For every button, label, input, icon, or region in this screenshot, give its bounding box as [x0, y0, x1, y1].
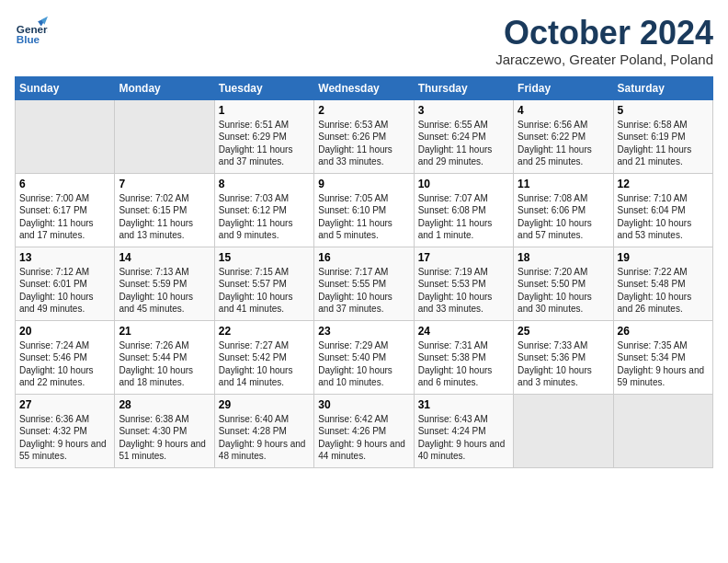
day-cell: 21Sunrise: 7:26 AMSunset: 5:44 PMDayligh…	[115, 320, 214, 394]
day-cell: 8Sunrise: 7:03 AMSunset: 6:12 PMDaylight…	[214, 173, 313, 247]
day-info: Sunrise: 7:00 AMSunset: 6:17 PMDaylight:…	[19, 192, 110, 242]
day-number: 24	[418, 325, 509, 338]
day-number: 22	[219, 325, 310, 338]
weekday-header-sunday: Sunday	[16, 76, 115, 99]
day-cell: 16Sunrise: 7:17 AMSunset: 5:55 PMDayligh…	[314, 247, 414, 320]
day-cell: 31Sunrise: 6:43 AMSunset: 4:24 PMDayligh…	[414, 394, 513, 467]
day-number: 14	[119, 251, 210, 264]
weekday-header-wednesday: Wednesday	[314, 76, 414, 99]
logo-icon: General Blue	[15, 15, 48, 48]
day-number: 7	[119, 178, 210, 190]
day-cell: 17Sunrise: 7:19 AMSunset: 5:53 PMDayligh…	[414, 247, 513, 320]
day-cell: 18Sunrise: 7:20 AMSunset: 5:50 PMDayligh…	[514, 247, 613, 320]
day-info: Sunrise: 7:20 AMSunset: 5:50 PMDaylight:…	[518, 266, 609, 316]
day-cell: 4Sunrise: 6:56 AMSunset: 6:22 PMDaylight…	[514, 99, 613, 173]
day-info: Sunrise: 6:56 AMSunset: 6:22 PMDaylight:…	[518, 119, 609, 168]
day-info: Sunrise: 7:33 AMSunset: 5:36 PMDaylight:…	[518, 339, 609, 389]
day-number: 13	[19, 251, 110, 264]
day-cell: 13Sunrise: 7:12 AMSunset: 6:01 PMDayligh…	[16, 247, 115, 320]
day-cell: 24Sunrise: 7:31 AMSunset: 5:38 PMDayligh…	[414, 320, 513, 394]
week-row-5: 27Sunrise: 6:36 AMSunset: 4:32 PMDayligh…	[16, 394, 713, 467]
calendar-table: SundayMondayTuesdayWednesdayThursdayFrid…	[15, 76, 713, 468]
day-number: 26	[618, 325, 709, 338]
day-cell	[514, 394, 613, 467]
day-info: Sunrise: 7:24 AMSunset: 5:46 PMDaylight:…	[19, 339, 110, 389]
day-info: Sunrise: 7:08 AMSunset: 6:06 PMDaylight:…	[518, 192, 609, 242]
day-cell: 1Sunrise: 6:51 AMSunset: 6:29 PMDaylight…	[214, 99, 313, 173]
day-info: Sunrise: 7:31 AMSunset: 5:38 PMDaylight:…	[418, 339, 509, 389]
day-number: 17	[418, 251, 509, 264]
day-number: 28	[119, 398, 210, 411]
day-number: 9	[318, 178, 409, 190]
day-cell: 23Sunrise: 7:29 AMSunset: 5:40 PMDayligh…	[314, 320, 414, 394]
day-cell: 27Sunrise: 6:36 AMSunset: 4:32 PMDayligh…	[16, 394, 115, 467]
day-cell: 2Sunrise: 6:53 AMSunset: 6:26 PMDaylight…	[314, 99, 414, 173]
day-info: Sunrise: 7:10 AMSunset: 6:04 PMDaylight:…	[618, 192, 709, 242]
day-number: 12	[618, 178, 709, 190]
day-number: 5	[618, 104, 709, 117]
weekday-header-saturday: Saturday	[613, 76, 712, 99]
day-number: 23	[318, 325, 409, 338]
day-cell: 11Sunrise: 7:08 AMSunset: 6:06 PMDayligh…	[514, 173, 613, 247]
day-info: Sunrise: 7:05 AMSunset: 6:10 PMDaylight:…	[318, 192, 409, 242]
location: Jaraczewo, Greater Poland, Poland	[495, 52, 713, 67]
weekday-header-friday: Friday	[514, 76, 613, 99]
title-block: October 2024 Jaraczewo, Greater Poland, …	[495, 15, 713, 67]
day-number: 20	[19, 325, 110, 338]
day-number: 29	[219, 398, 310, 411]
day-cell: 6Sunrise: 7:00 AMSunset: 6:17 PMDaylight…	[16, 173, 115, 247]
day-number: 8	[219, 178, 310, 190]
day-cell: 22Sunrise: 7:27 AMSunset: 5:42 PMDayligh…	[214, 320, 313, 394]
page-header: General Blue October 2024 Jaraczewo, Gre…	[15, 15, 713, 67]
day-info: Sunrise: 7:27 AMSunset: 5:42 PMDaylight:…	[219, 339, 310, 389]
day-number: 11	[518, 178, 609, 190]
day-info: Sunrise: 7:19 AMSunset: 5:53 PMDaylight:…	[418, 266, 509, 316]
day-cell: 30Sunrise: 6:42 AMSunset: 4:26 PMDayligh…	[314, 394, 414, 467]
day-cell: 20Sunrise: 7:24 AMSunset: 5:46 PMDayligh…	[16, 320, 115, 394]
week-row-3: 13Sunrise: 7:12 AMSunset: 6:01 PMDayligh…	[16, 247, 713, 320]
day-info: Sunrise: 7:17 AMSunset: 5:55 PMDaylight:…	[318, 266, 409, 316]
day-cell: 26Sunrise: 7:35 AMSunset: 5:34 PMDayligh…	[613, 320, 712, 394]
weekday-header-monday: Monday	[115, 76, 214, 99]
day-number: 3	[418, 104, 509, 117]
day-info: Sunrise: 7:26 AMSunset: 5:44 PMDaylight:…	[119, 339, 210, 389]
day-number: 15	[219, 251, 310, 264]
day-number: 16	[318, 251, 409, 264]
day-cell: 10Sunrise: 7:07 AMSunset: 6:08 PMDayligh…	[414, 173, 513, 247]
weekday-header-thursday: Thursday	[414, 76, 513, 99]
day-number: 2	[318, 104, 409, 117]
day-number: 19	[618, 251, 709, 264]
day-cell	[613, 394, 712, 467]
day-cell: 19Sunrise: 7:22 AMSunset: 5:48 PMDayligh…	[613, 247, 712, 320]
day-info: Sunrise: 6:51 AMSunset: 6:29 PMDaylight:…	[219, 119, 310, 168]
svg-text:Blue: Blue	[17, 33, 40, 45]
day-info: Sunrise: 7:03 AMSunset: 6:12 PMDaylight:…	[219, 192, 310, 242]
day-number: 4	[518, 104, 609, 117]
day-number: 21	[119, 325, 210, 338]
day-cell: 7Sunrise: 7:02 AMSunset: 6:15 PMDaylight…	[115, 173, 214, 247]
day-cell: 25Sunrise: 7:33 AMSunset: 5:36 PMDayligh…	[514, 320, 613, 394]
logo: General Blue	[15, 15, 48, 48]
day-number: 10	[418, 178, 509, 190]
day-number: 1	[219, 104, 310, 117]
day-cell	[115, 99, 214, 173]
day-info: Sunrise: 7:35 AMSunset: 5:34 PMDaylight:…	[618, 339, 709, 389]
day-info: Sunrise: 6:38 AMSunset: 4:30 PMDaylight:…	[119, 413, 210, 463]
day-info: Sunrise: 7:02 AMSunset: 6:15 PMDaylight:…	[119, 192, 210, 242]
day-cell: 12Sunrise: 7:10 AMSunset: 6:04 PMDayligh…	[613, 173, 712, 247]
day-number: 31	[418, 398, 509, 411]
day-cell: 3Sunrise: 6:55 AMSunset: 6:24 PMDaylight…	[414, 99, 513, 173]
weekday-header-row: SundayMondayTuesdayWednesdayThursdayFrid…	[16, 76, 713, 99]
day-cell: 14Sunrise: 7:13 AMSunset: 5:59 PMDayligh…	[115, 247, 214, 320]
day-number: 27	[19, 398, 110, 411]
day-info: Sunrise: 6:40 AMSunset: 4:28 PMDaylight:…	[219, 413, 310, 463]
day-number: 25	[518, 325, 609, 338]
day-info: Sunrise: 7:15 AMSunset: 5:57 PMDaylight:…	[219, 266, 310, 316]
day-number: 30	[318, 398, 409, 411]
week-row-2: 6Sunrise: 7:00 AMSunset: 6:17 PMDaylight…	[16, 173, 713, 247]
day-cell	[16, 99, 115, 173]
day-info: Sunrise: 7:22 AMSunset: 5:48 PMDaylight:…	[618, 266, 709, 316]
day-cell: 9Sunrise: 7:05 AMSunset: 6:10 PMDaylight…	[314, 173, 414, 247]
week-row-4: 20Sunrise: 7:24 AMSunset: 5:46 PMDayligh…	[16, 320, 713, 394]
weekday-header-tuesday: Tuesday	[214, 76, 313, 99]
